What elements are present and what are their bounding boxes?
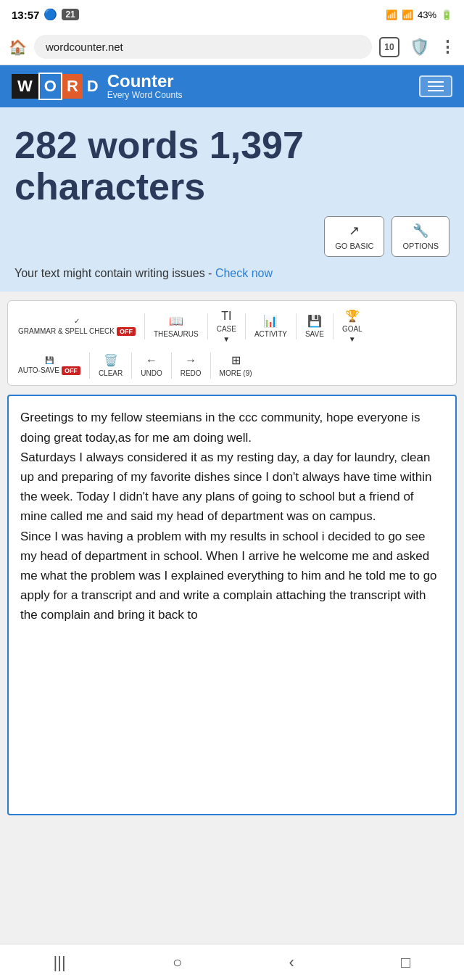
nav-recent-button[interactable]: □ [401, 953, 410, 972]
url-bar[interactable]: wordcounter.net [34, 35, 372, 59]
checkmark-icon: ✓ [74, 317, 80, 325]
signal-icon: 📶 [402, 9, 413, 20]
logo-r: R [62, 74, 83, 99]
logo-tagline: Every Word Counts [107, 90, 183, 100]
options-button[interactable]: 🔧 OPTIONS [392, 216, 450, 257]
menu-line-3 [428, 90, 444, 91]
status-bar: 13:57 🔵 21 📶 📶 43% 🔋 [0, 0, 464, 29]
logo-o: O [38, 73, 62, 100]
divider-3 [245, 313, 246, 339]
divider-8 [171, 353, 172, 379]
nav-menu-button[interactable]: ||| [54, 953, 66, 972]
text-content: Greetings to my fellow steemians in the … [20, 408, 444, 625]
divider-6 [89, 353, 90, 379]
logo-letters: W O R D [12, 73, 103, 100]
divider-9 [210, 353, 211, 379]
browser-bar: 🏠 wordcounter.net 10 🛡️ ⋮ [0, 29, 464, 65]
logo-d: D [83, 74, 103, 99]
toolbar: ✓ GRAMMAR & SPELL CHECK OFF 📖 THESAURUS … [7, 300, 457, 386]
menu-line-1 [428, 81, 444, 83]
notification-badge: 21 [62, 9, 78, 20]
autosave-icon: 💾 [45, 356, 54, 364]
home-icon[interactable]: 🏠 [9, 38, 27, 56]
wifi-icon: 📶 [386, 9, 397, 20]
location-icon: 🔵 [44, 8, 57, 21]
divider-7 [131, 353, 132, 379]
save-button[interactable]: 💾 SAVE [299, 310, 330, 342]
site-header: W O R D Counter Every Word Counts [0, 65, 464, 107]
redo-button[interactable]: → REDO [175, 350, 207, 381]
clear-button[interactable]: 🗑️ CLEAR [93, 350, 128, 381]
grammar-text: GRAMMAR & SPELL CHECK [18, 327, 115, 335]
grammar-label: GRAMMAR & SPELL CHECK OFF [18, 327, 136, 336]
activity-button[interactable]: 📊 ACTIVITY [249, 310, 293, 342]
word-count-display: 282 words 1,397 characters [14, 125, 450, 207]
go-basic-label: GO BASIC [335, 242, 373, 250]
grammar-spell-check-button[interactable]: ✓ GRAMMAR & SPELL CHECK OFF [12, 313, 141, 339]
go-basic-icon: ↗ [349, 223, 360, 239]
redo-label: REDO [181, 369, 202, 377]
thesaurus-label: THESAURUS [154, 330, 199, 338]
status-right: 📶 📶 43% 🔋 [386, 9, 452, 20]
more-options-icon[interactable]: ⋮ [439, 38, 455, 57]
activity-icon: 📊 [263, 314, 278, 328]
battery-icon: 🔋 [441, 9, 452, 20]
thesaurus-button[interactable]: 📖 THESAURUS [148, 310, 204, 342]
activity-label: ACTIVITY [254, 330, 287, 338]
stats-section: 282 words 1,397 characters ↗ GO BASIC 🔧 … [0, 107, 464, 292]
more-button[interactable]: ⊞ MORE (9) [214, 350, 258, 381]
options-icon: 🔧 [413, 223, 428, 239]
toolbar-row-1: ✓ GRAMMAR & SPELL CHECK OFF 📖 THESAURUS … [12, 305, 452, 347]
menu-line-2 [428, 86, 444, 87]
more-label: MORE (9) [220, 369, 252, 377]
goal-icon: 🏆 [345, 309, 360, 323]
autosave-label: AUTO-SAVE OFF [18, 366, 80, 375]
text-area-container[interactable]: Greetings to my fellow steemians in the … [7, 395, 457, 815]
divider-2 [207, 313, 208, 339]
save-icon: 💾 [307, 314, 322, 328]
divider-1 [144, 313, 145, 339]
nav-back-button[interactable]: ‹ [289, 953, 294, 972]
thesaurus-icon: 📖 [169, 314, 183, 328]
bottom-nav: ||| ○ ‹ □ [0, 944, 464, 980]
battery-percent: 43% [418, 9, 436, 20]
toolbar-row-2: 💾 AUTO-SAVE OFF 🗑️ CLEAR ← UNDO → REDO ⊞… [12, 350, 452, 381]
time: 13:57 [12, 9, 39, 21]
undo-button[interactable]: ← UNDO [135, 350, 167, 381]
writing-notice: Your text might contain writing issues -… [14, 267, 450, 280]
save-label: SAVE [305, 330, 324, 338]
status-left: 13:57 🔵 21 [12, 8, 79, 21]
autosave-off-badge: OFF [62, 366, 80, 375]
logo-area: W O R D Counter Every Word Counts [12, 73, 183, 100]
clear-label: CLEAR [99, 369, 123, 377]
check-now-link[interactable]: Check now [215, 267, 273, 279]
divider-4 [296, 313, 297, 339]
more-icon: ⊞ [231, 353, 241, 367]
goal-button[interactable]: 🏆 GOAL▼ [336, 305, 368, 347]
logo-w: W [12, 74, 38, 99]
browser-icons: 10 🛡️ ⋮ [379, 37, 455, 57]
redo-icon: → [185, 354, 196, 367]
goal-label: GOAL [342, 325, 362, 333]
undo-icon: ← [146, 354, 157, 367]
case-button[interactable]: TI CASE▼ [211, 306, 242, 347]
options-label: OPTIONS [402, 242, 439, 250]
divider-5 [333, 313, 334, 339]
autosave-text: AUTO-SAVE [18, 366, 59, 374]
logo-text: Counter Every Word Counts [107, 73, 183, 100]
case-icon: TI [221, 310, 231, 323]
autosave-button[interactable]: 💾 AUTO-SAVE OFF [12, 353, 86, 379]
action-buttons: ↗ GO BASIC 🔧 OPTIONS [14, 216, 450, 257]
grammar-off-badge: OFF [117, 327, 136, 336]
url-text: wordcounter.net [46, 41, 123, 53]
case-label: CASE [217, 325, 236, 333]
logo-counter: Counter [107, 73, 183, 90]
clear-icon: 🗑️ [104, 353, 118, 367]
hamburger-menu-button[interactable] [419, 75, 452, 97]
tab-count[interactable]: 10 [379, 37, 399, 57]
shield-icon[interactable]: 🛡️ [410, 38, 429, 57]
nav-home-button[interactable]: ○ [173, 953, 182, 972]
undo-label: UNDO [141, 369, 162, 377]
notice-text: Your text might contain writing issues - [14, 267, 215, 279]
go-basic-button[interactable]: ↗ GO BASIC [324, 216, 384, 257]
